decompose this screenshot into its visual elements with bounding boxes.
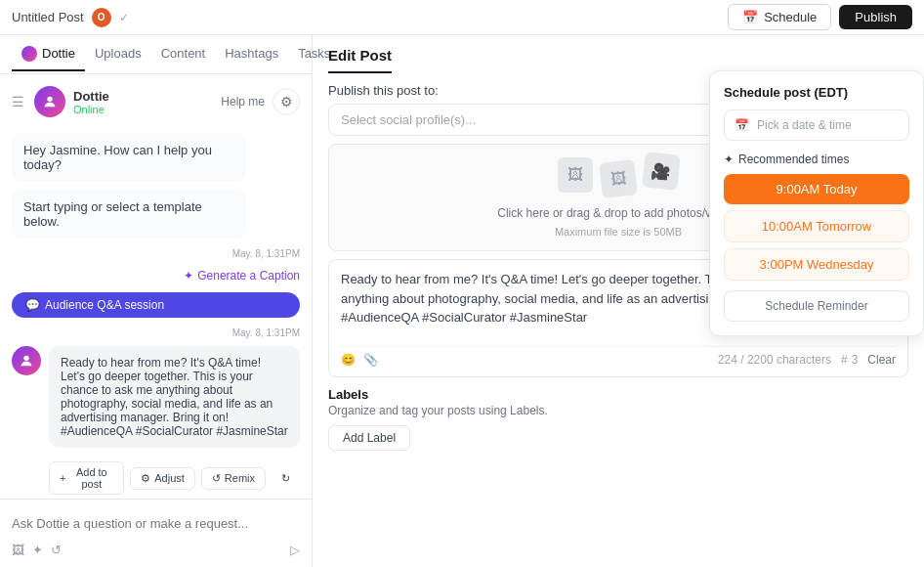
settings-icon[interactable]: ⚙	[273, 88, 300, 115]
bot-message-template: Start typing or select a template below.	[12, 190, 246, 239]
hashtag-count: # 3	[841, 353, 858, 367]
adjust-button[interactable]: ⚙ Adjust	[130, 467, 195, 490]
text-area-footer: 😊 📎 224 / 2200 characters # 3 Clear	[341, 346, 896, 367]
sparkle-icon3: ✦	[724, 153, 734, 166]
image-icon[interactable]: 🖼	[12, 543, 24, 557]
svg-point-1	[23, 356, 28, 361]
refresh-button[interactable]: ↻	[272, 468, 300, 489]
chat-bot-status: Online	[73, 104, 109, 115]
clear-button[interactable]: Clear	[867, 353, 896, 367]
media-label2: Maximum file size is 50MB	[555, 226, 682, 238]
chat-header-left: ☰ Dottie Online	[12, 86, 109, 117]
tab-uploads[interactable]: Uploads	[85, 38, 151, 70]
tab-content[interactable]: Content	[151, 38, 216, 70]
user-avatar: O	[92, 8, 111, 27]
photo-icon3: 🎥	[642, 152, 681, 191]
timestamp-1: May. 8, 1:31PM	[12, 248, 300, 259]
audience-qa-button[interactable]: 💬 Audience Q&A session	[12, 292, 300, 318]
face-icon[interactable]: 😊	[341, 353, 356, 367]
add-label-button[interactable]: Add Label	[328, 425, 410, 451]
bot-message-greeting: Hey Jasmine. How can I help you today?	[12, 133, 246, 182]
edit-post-title: Edit Post	[328, 47, 392, 73]
media-icons: 🖼 🖼 🎥	[558, 157, 679, 196]
photo-icon2: 🖼	[599, 159, 638, 198]
remix-icon: ↺	[212, 472, 221, 485]
text-area-right: 224 / 2200 characters # 3 Clear	[718, 353, 896, 367]
user-msg-avatar	[12, 346, 41, 375]
tab-hashtags[interactable]: Hashtags	[215, 38, 288, 70]
date-picker-button[interactable]: 📅 Pick a date & time	[724, 109, 909, 141]
char-count: 224 / 2200 characters	[718, 353, 831, 367]
chat-input-actions: 🖼 ✦ ↺ ▷	[12, 543, 300, 557]
dottie-icon	[21, 46, 37, 62]
adjust-icon: ⚙	[141, 472, 150, 485]
right-panel: Edit Post Publish this post to: Select s…	[313, 35, 924, 567]
plus-icon: +	[60, 472, 65, 484]
hash-icon: #	[841, 353, 848, 367]
chat-area: ☰ Dottie Online Help me ⚙ Hey Jasmine. H…	[0, 74, 312, 499]
user-message-wrapper: Ready to hear from me? It's Q&A time! Le…	[12, 346, 300, 448]
user-message-text: Ready to hear from me? It's Q&A time! Le…	[49, 346, 300, 448]
labels-title: Labels	[328, 387, 908, 402]
tab-bar: Dottie Uploads Content Hashtags Tasks	[0, 35, 312, 74]
svg-point-0	[47, 97, 52, 102]
time-option-1[interactable]: 9:00AM Today	[724, 174, 909, 204]
time-option-3[interactable]: 3:00PM Wednesday	[724, 248, 909, 281]
topbar-left: Untitled Post O ✓	[12, 8, 129, 27]
remix-button[interactable]: ↺ Remix	[201, 467, 266, 490]
input-icons: 🖼 ✦ ↺	[12, 543, 62, 557]
schedule-popup-title: Schedule post (EDT)	[724, 85, 909, 100]
sparkle-icon: ✦	[184, 269, 193, 283]
timestamp-2: May. 8, 1:31PM	[12, 327, 300, 338]
media-label1: Click here or drag & drop to add photos/…	[497, 206, 738, 220]
message-actions: + Add to post ⚙ Adjust ↺ Remix ↻	[12, 461, 300, 495]
generate-caption-link[interactable]: ✦ Generate a Caption	[12, 269, 300, 283]
calendar-icon2: 📅	[735, 118, 749, 132]
check-icon: ✓	[119, 11, 129, 24]
left-panel: Dottie Uploads Content Hashtags Tasks ☰	[0, 35, 313, 567]
paperclip-icon[interactable]: 📎	[363, 353, 378, 367]
chat-input-area: 🖼 ✦ ↺ ▷	[0, 499, 312, 567]
topbar-right: 📅 Schedule Publish	[728, 4, 912, 30]
publish-button[interactable]: Publish	[839, 5, 912, 29]
chat-input[interactable]	[12, 509, 300, 537]
calendar-icon: 📅	[742, 10, 758, 24]
refresh-icon[interactable]: ↺	[51, 543, 62, 557]
time-option-2[interactable]: 10:00AM Tomorrow	[724, 210, 909, 242]
topbar-title: Untitled Post	[12, 10, 84, 24]
add-to-post-button[interactable]: + Add to post	[49, 461, 124, 495]
chat-bubble-icon: 💬	[25, 298, 40, 312]
schedule-reminder-button[interactable]: Schedule Reminder	[724, 290, 909, 322]
chat-header: ☰ Dottie Online Help me ⚙	[12, 86, 300, 117]
help-me-label: Help me	[221, 95, 265, 109]
photo-icon1: 🖼	[558, 157, 593, 193]
sparkle-icon2[interactable]: ✦	[32, 543, 43, 557]
labels-subtitle: Organize and tag your posts using Labels…	[328, 404, 908, 417]
schedule-popup: Schedule post (EDT) 📅 Pick a date & time…	[709, 70, 924, 336]
edit-post-header: Edit Post	[313, 35, 924, 73]
chat-bot-name: Dottie	[73, 89, 109, 104]
tab-dottie[interactable]: Dottie	[12, 38, 85, 71]
text-area-left: 😊 📎	[341, 353, 378, 367]
hamburger-icon[interactable]: ☰	[12, 94, 24, 109]
main-layout: Dottie Uploads Content Hashtags Tasks ☰	[0, 35, 924, 567]
dottie-avatar	[34, 86, 65, 117]
topbar: Untitled Post O ✓ 📅 Schedule Publish	[0, 0, 924, 35]
schedule-button[interactable]: 📅 Schedule	[728, 4, 831, 30]
send-icon[interactable]: ▷	[290, 543, 300, 557]
labels-section: Labels Organize and tag your posts using…	[328, 387, 908, 451]
recommended-label: ✦ Recommended times	[724, 153, 909, 166]
chat-identity: Dottie Online	[73, 89, 109, 115]
